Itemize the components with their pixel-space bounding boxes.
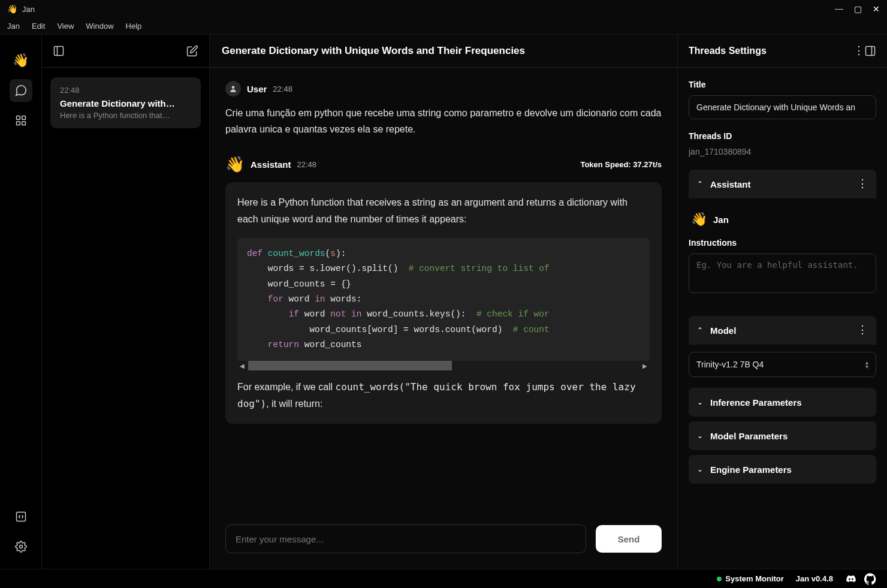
thread-title: Generate Dictionary with… (60, 98, 191, 108)
statusbar: System Monitor Jan v0.4.8 (0, 569, 887, 588)
chat-title: Generate Dictionary with Unique Words an… (222, 45, 525, 57)
token-speed: Token Speed: 37.27t/s (580, 160, 662, 169)
model-value: Trinity-v1.2 7B Q4 (696, 360, 764, 369)
chevron-down-icon: ⌄ (697, 465, 703, 474)
chat-header: Generate Dictionary with Unique Words an… (210, 35, 677, 68)
model-select[interactable]: Trinity-v1.2 7B Q4 ▴▾ (689, 352, 876, 377)
close-icon[interactable]: ✕ (873, 4, 880, 14)
svg-rect-0 (16, 116, 20, 120)
minimize-icon[interactable]: — (835, 4, 843, 14)
collapse-right-icon[interactable] (864, 45, 876, 57)
wave-icon[interactable]: 👋 (10, 49, 32, 72)
assistant-intro: Here is a Python function that receives … (237, 194, 650, 227)
code-content: def count_words(s): words = s.lower().sp… (237, 238, 650, 361)
system-monitor[interactable]: System Monitor (717, 574, 784, 583)
svg-rect-2 (16, 122, 20, 125)
settings-body: Title Threads ID jan_1710380894 ⌃ Assist… (678, 68, 887, 569)
code-block: def count_words(s): words = s.lower().sp… (237, 238, 650, 371)
chevron-down-icon: ⌄ (697, 432, 703, 440)
user-text: Crie uma função em python que recebe uma… (225, 105, 662, 137)
engine-section[interactable]: ⌄ Engine Parameters (689, 455, 876, 484)
assistant-time: 22:48 (297, 160, 317, 169)
status-dot-icon (717, 577, 722, 581)
settings-panel: Threads Settings ⋮ Title Threads ID jan_… (677, 35, 887, 569)
code-scrollbar[interactable]: ◀ ▶ (237, 361, 650, 370)
assistant-name: Assistant (251, 159, 291, 170)
scroll-right-icon[interactable]: ▶ (640, 363, 650, 369)
title-label: Title (689, 80, 876, 89)
version-label: Jan v0.4.8 (796, 574, 833, 583)
grid-icon[interactable] (10, 109, 32, 132)
messages[interactable]: User 22:48 Crie uma função em python que… (210, 68, 677, 515)
svg-rect-9 (866, 47, 875, 56)
assistant-menu-icon[interactable]: ⋮ (857, 182, 868, 186)
threads-id-value: jan_1710380894 (689, 147, 876, 156)
thread-preview: Here is a Python function that… (60, 111, 191, 120)
assistant-content: 👋 Jan Instructions (689, 198, 876, 316)
chevron-down-icon: ⌄ (697, 398, 703, 406)
modelparams-label: Model Parameters (710, 431, 868, 441)
nav-rail: 👋 (0, 35, 42, 569)
gear-icon[interactable] (10, 535, 32, 558)
user-message: User 22:48 Crie uma função em python que… (225, 81, 662, 137)
chat-main: Generate Dictionary with Unique Words an… (210, 35, 677, 569)
select-caret-icon: ▴▾ (865, 360, 868, 369)
svg-rect-4 (16, 512, 25, 521)
scroll-left-icon[interactable]: ◀ (237, 363, 247, 369)
maximize-icon[interactable]: ▢ (854, 4, 862, 14)
model-section[interactable]: ⌃ Model ⋮ (689, 316, 876, 345)
chat-icon[interactable] (10, 79, 32, 102)
menu-edit[interactable]: Edit (32, 22, 45, 31)
input-row: Send (210, 515, 677, 569)
window-controls: — ▢ ✕ (835, 4, 880, 14)
inference-section[interactable]: ⌄ Inference Parameters (689, 388, 876, 417)
assistant-bubble: Here is a Python function that receives … (225, 182, 662, 423)
jan-icon: 👋 (691, 212, 707, 227)
modelparams-section[interactable]: ⌄ Model Parameters (689, 421, 876, 450)
instructions-input[interactable] (689, 254, 876, 293)
settings-header: Threads Settings ⋮ (678, 35, 887, 68)
engine-label: Engine Parameters (710, 465, 868, 475)
settings-menu-icon[interactable]: ⋮ (853, 49, 864, 53)
threads-id-label: Threads ID (689, 131, 876, 141)
chevron-up-icon: ⌃ (697, 180, 703, 188)
user-name: User (247, 84, 267, 94)
menu-jan[interactable]: Jan (7, 22, 20, 31)
github-icon[interactable] (864, 573, 876, 585)
collapse-sidebar-icon[interactable] (53, 45, 65, 57)
user-avatar-icon (225, 81, 241, 97)
model-menu-icon[interactable]: ⋮ (857, 328, 868, 332)
assistant-section[interactable]: ⌃ Assistant ⋮ (689, 170, 876, 198)
model-section-label: Model (710, 325, 857, 336)
svg-point-8 (232, 86, 235, 89)
menu-view[interactable]: View (57, 22, 74, 31)
chevron-up-icon: ⌃ (697, 326, 703, 334)
send-button[interactable]: Send (596, 525, 662, 553)
threads-panel: 22:48 Generate Dictionary with… Here is … (42, 35, 210, 569)
discord-icon[interactable] (845, 574, 857, 584)
inference-label: Inference Parameters (710, 397, 868, 408)
assistant-section-label: Assistant (710, 179, 857, 189)
svg-rect-6 (55, 47, 64, 56)
menubar: Jan Edit View Window Help (0, 18, 887, 35)
jan-label: Jan (713, 215, 729, 225)
app-name: Jan (22, 5, 35, 14)
code-icon[interactable] (10, 505, 32, 528)
message-input[interactable] (225, 524, 586, 553)
svg-point-5 (19, 545, 22, 548)
thread-time: 22:48 (60, 86, 191, 95)
scroll-thumb[interactable] (248, 361, 452, 370)
assistant-message: 👋 Assistant 22:48 Token Speed: 37.27t/s … (225, 155, 662, 423)
assistant-outro: For example, if we call count_words("The… (237, 379, 650, 411)
svg-rect-3 (22, 122, 25, 125)
app-icon: 👋 (7, 4, 17, 14)
assistant-avatar-icon: 👋 (225, 155, 245, 174)
menu-help[interactable]: Help (126, 22, 142, 31)
menu-window[interactable]: Window (86, 22, 113, 31)
settings-header-title: Threads Settings (689, 46, 853, 56)
user-time: 22:48 (273, 85, 292, 94)
thread-card[interactable]: 22:48 Generate Dictionary with… Here is … (50, 77, 201, 128)
title-input[interactable] (689, 95, 876, 119)
new-thread-icon[interactable] (186, 45, 198, 57)
svg-rect-1 (22, 116, 25, 120)
